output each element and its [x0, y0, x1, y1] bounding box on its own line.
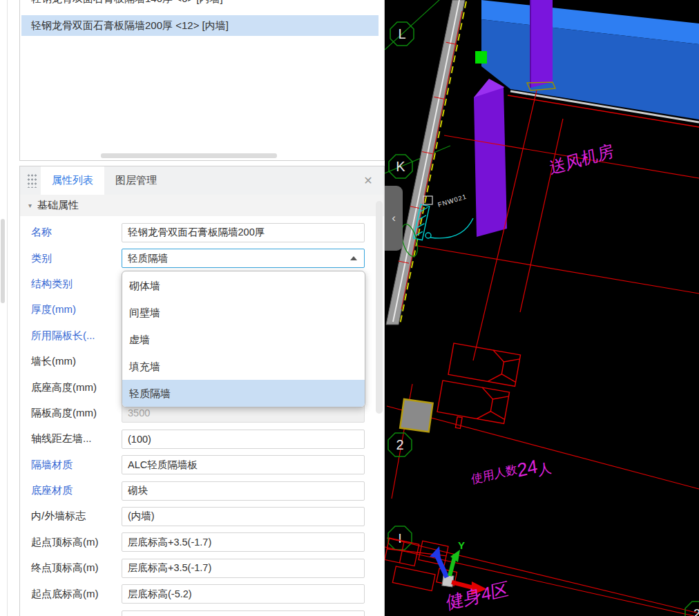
base-material-field[interactable]: 砌块 [122, 481, 365, 501]
row-partial [20, 607, 384, 616]
gutter-scrollbar-thumb[interactable] [1, 219, 5, 303]
row-label: 隔墙材质 [31, 459, 122, 472]
properties-tabbar: 属性列表 图层管理 ✕ [20, 166, 384, 195]
category-dropdown: 砌体墙 间壁墙 虚墙 填充墙 轻质隔墙 [122, 271, 365, 407]
dropdown-option[interactable]: 间壁墙 [122, 299, 365, 326]
svg-text:2: 2 [693, 607, 699, 616]
svg-text:2: 2 [396, 437, 403, 452]
purple-column-front[interactable] [474, 79, 507, 237]
inner-outer-flag-field[interactable]: (内墙) [122, 507, 365, 526]
horizontal-scrollbar-thumb[interactable] [101, 153, 277, 158]
row-start-bottom-elev: 起点底标高(m) 层底标高(-5.2) [20, 581, 384, 606]
start-bottom-elev-field[interactable]: 层底标高(-5.2) [122, 584, 365, 604]
list-item[interactable]: 轻钢龙骨双面石膏板隔墙140厚 <6> [内墙] [20, 0, 384, 9]
row-inner-outer-flag: 内/外墙标志 (内墙) [20, 503, 384, 529]
row-axis-offset: 轴线距左墙... (100) [20, 426, 384, 452]
svg-text:K: K [396, 159, 405, 174]
svg-text:I: I [398, 532, 401, 546]
close-icon[interactable]: ✕ [359, 166, 377, 195]
dropdown-option[interactable]: 砌体墙 [122, 272, 365, 299]
row-label: 所用隔板长(... [31, 329, 122, 343]
row-label: 底座高度(mm) [31, 381, 122, 394]
cad-viewport[interactable]: L K 2 I 2 Y 送风机房 FNW021 使用人数24人 [385, 0, 699, 616]
row-category: 类别 轻质隔墙 [20, 245, 384, 271]
wall-type-list-panel: 轻钢龙骨双面石膏板隔墙140厚 <6> [内墙] 轻钢龙骨双面石膏板隔墙200厚… [19, 0, 385, 161]
tab-layer-manager[interactable]: 图层管理 [104, 166, 168, 195]
row-label: 起点底标高(m) [31, 588, 122, 601]
vertical-scrollbar-thumb[interactable] [376, 201, 383, 414]
category-select-value: 轻质隔墙 [128, 252, 168, 265]
row-label: 终点顶标高(m) [31, 561, 122, 575]
row-label: 类别 [31, 252, 122, 265]
row-start-top-elev: 起点顶标高(m) 层底标高+3.5(-1.7) [20, 530, 384, 555]
selection-grip[interactable] [475, 51, 487, 64]
left-gutter [0, 0, 19, 616]
row-label: 名称 [31, 226, 122, 239]
chevron-up-icon [350, 256, 357, 260]
gutter-divider [7, 0, 8, 616]
wall-material-field[interactable]: ALC轻质隔墙板 [122, 455, 365, 474]
svg-text:L: L [398, 26, 405, 41]
section-title: 基础属性 [37, 199, 79, 212]
tab-property-list[interactable]: 属性列表 [41, 166, 104, 195]
row-label: 结构类别 [31, 278, 122, 291]
y-axis-label: Y [458, 539, 465, 551]
dropdown-option[interactable]: 虚墙 [122, 326, 365, 353]
row-base-material: 底座材质 砌块 [20, 478, 384, 503]
row-label: 轴线距左墙... [31, 432, 122, 445]
dropdown-option[interactable]: 填充墙 [122, 353, 365, 380]
row-wall-material: 隔墙材质 ALC轻质隔墙板 [20, 452, 384, 478]
collapse-triangle-icon: ▾ [28, 202, 32, 209]
row-label: 墙长(mm) [31, 355, 122, 368]
row-label: 内/外墙标志 [31, 510, 122, 523]
dropdown-option-selected[interactable]: 轻质隔墙 [122, 380, 365, 407]
purple-column-top[interactable] [527, 0, 555, 90]
partial-field[interactable] [122, 610, 365, 616]
name-field[interactable]: 轻钢龙骨双面石膏板隔墙200厚 [122, 223, 365, 242]
row-label: 隔板高度(mm) [31, 407, 122, 420]
row-label: 厚度(mm) [31, 303, 122, 316]
properties-panel: 属性列表 图层管理 ✕ ▾ 基础属性 名称 轻钢龙骨双面石膏板隔墙200厚 类别… [19, 166, 385, 616]
end-top-elev-field[interactable]: 层底标高+3.5(-1.7) [122, 559, 365, 578]
row-label: 起点顶标高(m) [31, 536, 122, 549]
row-end-top-elev: 终点顶标高(m) 层底标高+3.5(-1.7) [20, 555, 384, 581]
row-name: 名称 轻钢龙骨双面石膏板隔墙200厚 [20, 220, 384, 245]
section-basic-properties[interactable]: ▾ 基础属性 [20, 195, 384, 216]
list-item-selected[interactable]: 轻钢龙骨双面石膏板隔墙200厚 <12> [内墙] [21, 15, 379, 36]
axis-offset-field[interactable]: (100) [122, 430, 365, 449]
row-label: 底座材质 [31, 484, 122, 497]
category-select[interactable]: 轻质隔墙 [122, 249, 365, 268]
drag-handle-icon[interactable] [27, 173, 37, 188]
square-column[interactable] [400, 399, 432, 432]
panel-collapse-tab[interactable]: ‹ [385, 186, 403, 251]
start-top-elev-field[interactable]: 层底标高+3.5(-1.7) [122, 532, 365, 552]
